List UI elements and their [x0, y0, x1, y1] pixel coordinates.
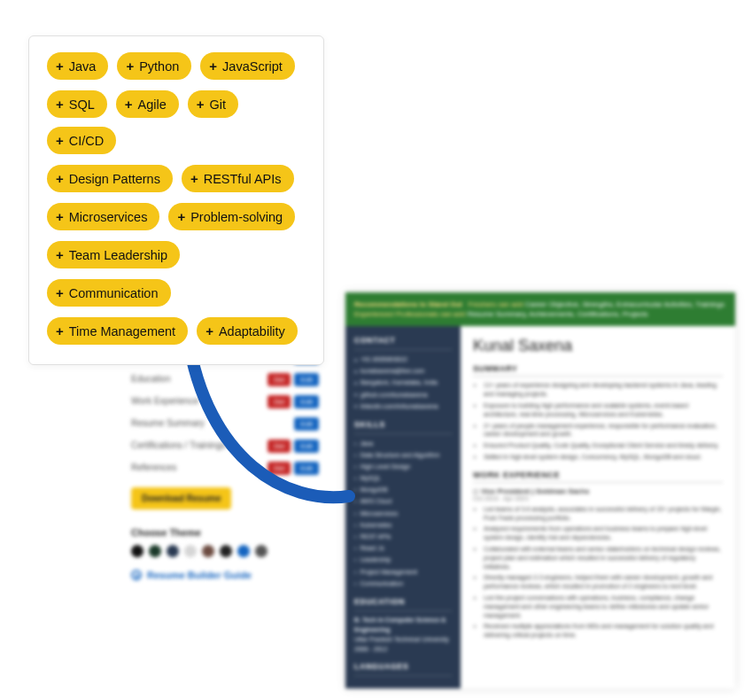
plus-icon: +: [56, 247, 64, 262]
job-date: Oct 2018 - Apr 2023: [473, 495, 723, 502]
recommendations-banner: Recommendations to Stand Out Freshers ca…: [345, 292, 735, 326]
delete-button[interactable]: Del: [267, 395, 291, 408]
edu-line: 2008 - 2012: [354, 644, 452, 654]
choose-theme-label: Choose Theme: [131, 527, 319, 538]
summary-bullet: Skilled in high-level system design, Con…: [484, 453, 723, 462]
contact-line: github.com/kunalsaxena: [354, 389, 452, 401]
section-row: EducationDelEdit: [128, 368, 322, 390]
theme-swatch[interactable]: [202, 545, 214, 557]
skill-chip[interactable]: +RESTful APIs: [182, 165, 294, 192]
play-icon: [131, 570, 142, 580]
resume-guide-link[interactable]: Resume Builder Guide: [131, 570, 319, 580]
summary-bullet: 2+ years of people management experience…: [484, 422, 723, 439]
theme-swatch[interactable]: [220, 545, 232, 557]
theme-swatch[interactable]: [237, 545, 250, 557]
plus-icon: +: [125, 97, 133, 112]
plus-icon: +: [190, 171, 198, 186]
plus-icon: +: [197, 97, 205, 112]
contact-line: +91 8505893022: [354, 354, 452, 365]
skill-chip[interactable]: +Team Leadership: [47, 241, 180, 268]
plus-icon: +: [56, 209, 64, 224]
skill-item: Leadership: [354, 554, 452, 565]
guide-link-label: Resume Builder Guide: [147, 570, 252, 580]
delete-button[interactable]: Del: [267, 462, 291, 475]
skill-item: Project Management: [354, 566, 452, 578]
skill-chip[interactable]: +Problem-solving: [168, 203, 295, 230]
resume-name: Kunal Saxena: [473, 337, 723, 355]
languages-header: LANGUAGES: [354, 661, 452, 676]
skill-item: Communication: [354, 578, 452, 589]
summary-header: SUMMARY: [473, 364, 723, 377]
skill-item: MongoDB: [354, 484, 452, 495]
skill-chip[interactable]: +JavaScript: [200, 52, 294, 80]
skills-suggestion-card: +Java+Python+JavaScript+SQL+Agile+Git+CI…: [28, 35, 324, 365]
plus-icon: +: [56, 171, 64, 186]
skill-item: Java: [354, 438, 452, 449]
delete-button[interactable]: Del: [267, 373, 291, 386]
skill-chip[interactable]: +Communication: [47, 279, 171, 307]
section-row: ReferencesDelEdit: [128, 456, 322, 478]
skill-item: Microservices: [354, 508, 452, 519]
edit-button[interactable]: Edit: [294, 373, 319, 386]
section-label: References: [131, 463, 176, 472]
theme-swatch[interactable]: [131, 545, 143, 557]
skill-item: Data Structure and Algorithm: [354, 449, 452, 461]
work-header: WORK EXPERIENCE: [473, 471, 723, 483]
edit-button[interactable]: Edit: [294, 395, 319, 408]
skill-chip[interactable]: +Design Patterns: [47, 165, 173, 192]
skill-item: REST APIs: [354, 531, 452, 542]
edit-button[interactable]: Edit: [294, 439, 319, 453]
plus-icon: +: [209, 58, 217, 74]
skill-chip[interactable]: +SQL: [47, 90, 107, 118]
edit-button[interactable]: Edit: [294, 462, 319, 475]
contact-line: Bangalore, Karnataka, India: [354, 377, 452, 388]
section-label: Work Experience: [131, 396, 198, 406]
skill-item: MySQL: [354, 472, 452, 484]
skill-chip[interactable]: +Adaptability: [197, 317, 298, 345]
summary-bullet: Ensured Product Quality, Code Quality, E…: [484, 441, 723, 450]
summary-bullet: Exposure to building high performance an…: [484, 401, 723, 419]
job-bullet: Received multiple appreciations from MDs…: [484, 622, 723, 640]
section-label: Resume Summary: [131, 418, 205, 428]
skill-chip[interactable]: +CI/CD: [47, 127, 116, 154]
skill-item: High Level Design: [354, 461, 452, 472]
edit-button[interactable]: Edit: [294, 417, 319, 431]
section-row: Resume SummaryEdit: [128, 412, 322, 434]
education-header: EDUCATION: [354, 596, 452, 611]
section-row: Certifications / TrainingsDelEdit: [128, 434, 322, 456]
resume-sidebar: CONTACT +91 8505893022kunalsaxena@live.c…: [345, 326, 461, 688]
resume-preview: Recommendations to Stand Out Freshers ca…: [345, 292, 735, 688]
skill-item: React Js: [354, 542, 452, 554]
theme-swatch[interactable]: [184, 545, 197, 557]
skill-chip[interactable]: +Java: [47, 52, 108, 80]
contact-line: linkedin.com/in/kunalsaxena: [354, 401, 452, 412]
job-bullet: Led teams of 3-6 analysts, associates in…: [484, 505, 723, 523]
plus-icon: +: [177, 209, 185, 224]
skill-item: AWS Cloud: [354, 495, 452, 507]
theme-swatch[interactable]: [167, 545, 179, 557]
contact-line: kunalsaxena@live.com: [354, 365, 452, 377]
plus-icon: +: [126, 58, 134, 74]
theme-swatch[interactable]: [255, 545, 267, 557]
resume-main: Kunal Saxena SUMMARY 11+ years of experi…: [461, 326, 735, 688]
skill-chip[interactable]: +Git: [188, 90, 238, 118]
skill-chip[interactable]: +Python: [117, 52, 191, 80]
delete-button[interactable]: Del: [267, 439, 291, 453]
skill-chip[interactable]: +Microservices: [47, 203, 159, 230]
job-title: Vice President | Goldman Sachs: [481, 487, 589, 495]
download-resume-button[interactable]: Download Resume: [131, 487, 231, 509]
plus-icon: +: [56, 323, 64, 338]
section-label: Certifications / Trainings: [131, 440, 226, 450]
skill-chip[interactable]: +Agile: [116, 90, 179, 118]
skill-chip[interactable]: +Time Management: [47, 317, 188, 345]
contact-header: CONTACT: [354, 335, 452, 350]
edu-line: B. Tech in Computer Science & Engineerin…: [354, 615, 452, 634]
plus-icon: +: [56, 133, 64, 148]
plus-icon: +: [56, 58, 64, 74]
section-row: Work ExperienceDelEdit: [128, 390, 322, 412]
job-bullet: Analyzed requirements from operations an…: [484, 525, 723, 542]
plus-icon: +: [56, 285, 64, 300]
section-label: Education: [131, 374, 170, 384]
theme-swatch[interactable]: [149, 545, 161, 557]
job-bullet: Led the project conversations with opera…: [484, 594, 723, 619]
